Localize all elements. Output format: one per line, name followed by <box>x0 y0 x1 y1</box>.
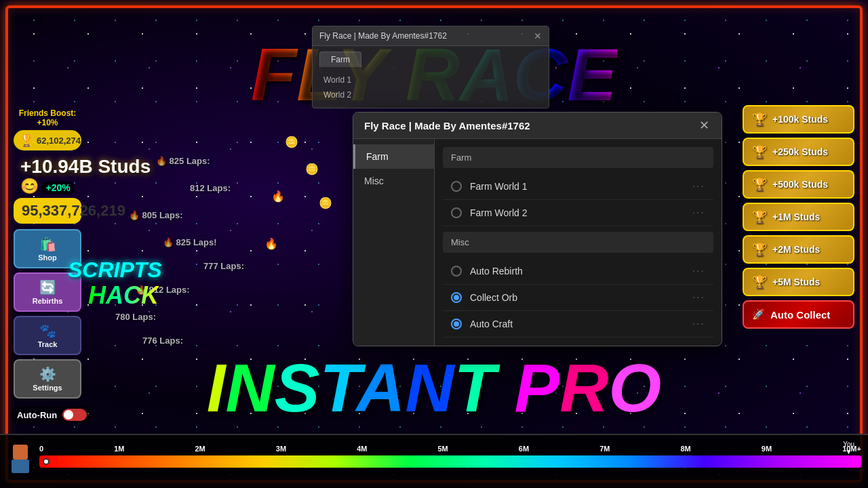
trophy-1m-icon: 🏆 <box>752 209 767 224</box>
main-modal: Fly Race | Made By Amentes#1762 ✕ Farm M… <box>353 112 722 346</box>
sidebar-btn-track[interactable]: 🐾 Track <box>14 316 81 355</box>
modal-sidebar: Farm Misc <box>353 139 435 346</box>
trophy-icon-small: 🏆 <box>19 133 34 148</box>
rebirths-icon: 🔄 <box>39 279 56 296</box>
score-display: 🏆 62,102,274 <box>14 130 81 150</box>
bg-window-title: Fly Race | Made By Amentes#1762 <box>319 31 447 41</box>
farm-world-1-label: Farm World 1 <box>470 181 692 192</box>
rebirths-label: Rebirths <box>33 297 63 305</box>
trophy-500k-icon: 🏆 <box>752 177 767 192</box>
trophy-2m-icon: 🏆 <box>752 242 767 257</box>
track-label-0: 0 <box>39 445 43 453</box>
bg-window: Fly Race | Made By Amentes#1762 ✕ Farm W… <box>312 26 549 108</box>
player-avatar <box>7 445 34 479</box>
scripts-label: SCRIPTS <box>68 258 162 283</box>
modal-body: Farm Misc Farm Farm World 1 ··· <box>353 139 722 346</box>
btn-100k[interactable]: 🏆 +100k Studs <box>743 105 854 134</box>
btn-5m-label: +5M Studs <box>772 277 820 287</box>
track-labels: 0 1M 2M 3M 4M 5M 6M 7M 8M 9M 10M+ <box>39 445 861 453</box>
collect-orb-label: Collect Orb <box>470 292 692 303</box>
modal-close-button[interactable]: ✕ <box>698 119 711 131</box>
btn-250k[interactable]: 🏆 +250k Studs <box>743 138 854 166</box>
modal-nav-farm[interactable]: Farm <box>353 144 434 169</box>
modal-titlebar: Fly Race | Made By Amentes#1762 ✕ <box>353 113 722 139</box>
sidebar-btn-settings[interactable]: ⚙️ Settings <box>14 359 81 399</box>
farm-world-1-dots: ··· <box>692 180 705 192</box>
track-label-1m: 1M <box>114 445 124 453</box>
you-marker: You ▼ <box>843 441 854 455</box>
farm-world-2-radio[interactable] <box>451 207 462 218</box>
modal-nav-misc[interactable]: Misc <box>353 169 434 193</box>
bg-window-close-btn[interactable]: ✕ <box>534 30 542 41</box>
auto-craft-dots: ··· <box>692 318 705 330</box>
auto-craft-radio[interactable] <box>451 319 462 329</box>
big-score: 95,337,726,219 <box>14 198 81 224</box>
misc-nav-label: Misc <box>364 176 384 186</box>
bg-list-item-2: World 2 <box>318 87 543 102</box>
btn-2m[interactable]: 🏆 +2M Studs <box>743 235 854 264</box>
btn-2m-label: +2M Studs <box>772 244 820 255</box>
track-label-2m: 2M <box>195 445 205 453</box>
btn-1m-label: +1M Studs <box>772 211 820 222</box>
farm-nav-label: Farm <box>366 151 389 162</box>
auto-collect-button[interactable]: 🚀 Auto Collect <box>743 300 854 329</box>
farm-world-2-dots: ··· <box>692 207 705 219</box>
btn-5m[interactable]: 🏆 +5M Studs <box>743 268 854 296</box>
modal-title: Fly Race | Made By Amentes#1762 <box>364 120 530 131</box>
misc-section-header: Misc <box>443 232 713 253</box>
settings-icon: ⚙️ <box>39 366 56 382</box>
player-dot <box>43 458 50 465</box>
studs-earned: +10.94B Studs <box>20 156 151 177</box>
auto-run-toggle[interactable] <box>62 409 87 421</box>
avatar-head <box>13 445 28 460</box>
right-panel: 🏆 +100k Studs 🏆 +250k Studs 🏆 +500k Stud… <box>743 105 854 329</box>
bg-window-tab[interactable]: Farm <box>319 52 361 67</box>
studs-emoji: 😊 <box>20 178 39 195</box>
shop-label: Shop <box>38 253 57 262</box>
trophy-250k-icon: 🏆 <box>752 144 767 159</box>
auto-run-label: Auto-Run <box>17 410 57 420</box>
farm-world-2-row[interactable]: Farm World 2 ··· <box>443 200 713 226</box>
auto-run-bar: Auto-Run <box>10 406 94 424</box>
btn-500k[interactable]: 🏆 +500k Studs <box>743 170 854 199</box>
bg-window-content: World 1 World 2 <box>313 67 549 108</box>
auto-rebirth-radio[interactable] <box>451 266 462 277</box>
sidebar-buttons: 🛍️ Shop 🔄 Rebirths 🐾 Track ⚙️ Settings <box>14 229 81 399</box>
auto-craft-label: Auto Craft <box>470 319 692 329</box>
track-label-6m: 6M <box>519 445 529 453</box>
btn-100k-label: +100k Studs <box>772 114 828 125</box>
track-gradient <box>39 455 861 468</box>
track-label-9m: 9M <box>762 445 772 453</box>
collect-orb-dots: ··· <box>692 291 705 304</box>
track-label-7m: 7M <box>599 445 610 453</box>
misc-header-label: Misc <box>451 237 469 247</box>
auto-rebirth-row[interactable]: Auto Rebirth ··· <box>443 258 713 285</box>
settings-label: Settings <box>33 384 62 392</box>
farm-world-2-label: Farm World 2 <box>470 207 692 218</box>
bottom-bar: 0 1M 2M 3M 4M 5M 6M 7M 8M 9M 10M+ You ▼ <box>0 434 868 488</box>
track-label-4m: 4M <box>357 445 367 453</box>
toggle-knob <box>64 410 73 420</box>
rocket-icon: 🚀 <box>752 308 765 321</box>
avatar-body <box>12 460 29 473</box>
btn-500k-label: +500k Studs <box>772 179 828 190</box>
farm-header-label: Farm <box>451 152 471 163</box>
you-label: You <box>843 441 854 448</box>
farm-world-1-row[interactable]: Farm World 1 ··· <box>443 174 713 200</box>
track-label-5m: 5M <box>437 445 448 453</box>
collect-orb-row[interactable]: Collect Orb ··· <box>443 285 713 311</box>
farm-world-1-radio[interactable] <box>451 181 462 192</box>
btn-1m[interactable]: 🏆 +1M Studs <box>743 203 854 231</box>
collect-orb-radio[interactable] <box>451 292 462 303</box>
left-sidebar: Friends Boost: +10% 🏆 62,102,274 +10.94B… <box>14 108 81 399</box>
auto-rebirth-dots: ··· <box>692 265 705 277</box>
trophy-5m-icon: 🏆 <box>752 274 767 289</box>
auto-craft-row[interactable]: Auto Craft ··· <box>443 311 713 338</box>
friends-boost-label: Friends Boost: +10% <box>14 108 81 127</box>
bg-window-titlebar: Fly Race | Made By Amentes#1762 ✕ <box>313 26 549 46</box>
trophy-100k-icon: 🏆 <box>752 112 767 127</box>
bg-list-item-1: World 1 <box>318 73 543 87</box>
track-label-8m: 8M <box>680 445 690 453</box>
auto-rebirth-label: Auto Rebirth <box>470 266 692 277</box>
hack-label: HACK <box>88 281 159 310</box>
